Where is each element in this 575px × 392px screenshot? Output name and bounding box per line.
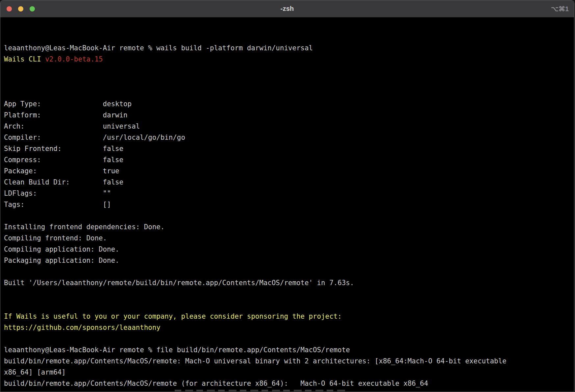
- minimize-button[interactable]: [18, 6, 23, 12]
- terminal-line: Platform: darwin: [4, 110, 574, 121]
- terminal-line: [4, 266, 574, 277]
- terminal-line: https://github.com/sponsors/leaanthony: [4, 322, 574, 333]
- terminal-output: leaanthony@Leas-MacBook-Air remote % wai…: [4, 42, 574, 392]
- terminal-line: Clean Build Dir: false: [4, 177, 574, 188]
- terminal-line: [4, 288, 574, 300]
- traffic-lights: [7, 6, 35, 12]
- terminal-content[interactable]: leaanthony@Leas-MacBook-Air remote % wai…: [0, 17, 574, 392]
- terminal-line: [4, 65, 574, 76]
- terminal-line: x86_64] [arm64]: [4, 367, 574, 378]
- terminal-line: [4, 300, 574, 311]
- terminal-line: Arch: universal: [4, 121, 574, 132]
- zoom-button[interactable]: [30, 6, 35, 12]
- terminal-line: build/bin/remote.app/Contents/MacOS/remo…: [4, 355, 574, 367]
- terminal-line: LDFlags: "": [4, 188, 574, 199]
- terminal-line: leaanthony@Leas-MacBook-Air remote % fil…: [4, 344, 574, 355]
- terminal-window: -zsh ⌥⌘1 leaanthony@Leas-MacBook-Air rem…: [0, 0, 574, 392]
- terminal-line: Skip Frontend: false: [4, 143, 574, 154]
- close-button[interactable]: [7, 6, 12, 12]
- terminal-line: [4, 210, 574, 221]
- terminal-line: Built '/Users/leaanthony/remote/build/bi…: [4, 277, 574, 288]
- terminal-line: Compress: false: [4, 154, 574, 165]
- terminal-line: If Wails is useful to you or your compan…: [4, 311, 574, 322]
- terminal-line: [4, 76, 574, 87]
- terminal-line: leaanthony@Leas-MacBook-Air remote % wai…: [4, 42, 574, 54]
- titlebar[interactable]: -zsh ⌥⌘1: [0, 0, 574, 17]
- window-shortcut-badge: ⌥⌘1: [551, 0, 569, 17]
- terminal-line: Wails CLI v2.0.0-beta.15: [4, 54, 574, 65]
- terminal-line: Compiler: /usr/local/go/bin/go: [4, 132, 574, 143]
- terminal-line: Installing frontend dependencies: Done.: [4, 221, 574, 233]
- terminal-line: build/bin/remote.app/Contents/MacOS/remo…: [4, 378, 574, 389]
- terminal-line: [4, 87, 574, 98]
- terminal-line: Tags: []: [4, 199, 574, 210]
- terminal-line: Packaging application: Done.: [4, 255, 574, 266]
- terminal-line: Package: true: [4, 165, 574, 177]
- terminal-line: Compiling frontend: Done.: [4, 233, 574, 244]
- window-title: -zsh: [281, 5, 294, 12]
- terminal-line: [4, 333, 574, 344]
- terminal-line: App Type: desktop: [4, 98, 574, 110]
- terminal-line: Compiling application: Done.: [4, 244, 574, 255]
